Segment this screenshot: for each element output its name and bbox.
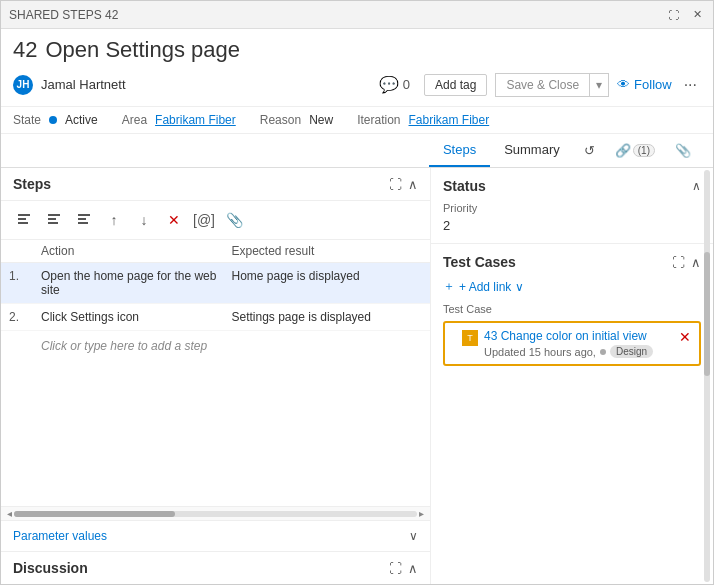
svg-rect-6 [78, 214, 90, 216]
svg-rect-8 [78, 222, 88, 224]
state-item: State Active [13, 113, 98, 127]
svg-rect-0 [18, 214, 30, 216]
link-icon: 🔗 [615, 143, 631, 158]
test-cases-expand-icon[interactable]: ⛶ [672, 255, 685, 270]
attach-step-button[interactable]: 📎 [221, 207, 247, 233]
discussion-header-icons: ⛶ ∧ [389, 561, 418, 576]
title-bar-label: SHARED STEPS 42 [9, 8, 118, 22]
add-link-plus-icon: ＋ [443, 278, 455, 295]
main-window: SHARED STEPS 42 ⛶ ✕ 42 Open Settings pag… [0, 0, 714, 585]
steps-panel-header: Steps ⛶ ∧ [1, 168, 430, 201]
close-button[interactable]: ✕ [689, 7, 705, 23]
tab-steps[interactable]: Steps [429, 134, 490, 167]
iteration-value[interactable]: Fabrikam Fiber [409, 113, 490, 127]
comment-count: 0 [403, 77, 410, 92]
state-value: Active [65, 113, 98, 127]
discussion-collapse-icon[interactable]: ∧ [408, 561, 418, 576]
add-link-label: + Add link [459, 280, 511, 294]
scroll-right-arrow[interactable]: ▸ [417, 508, 426, 519]
test-cases-collapse-icon[interactable]: ∧ [691, 255, 701, 270]
steps-collapse-icon[interactable]: ∧ [408, 177, 418, 192]
add-link-button[interactable]: ＋ + Add link ∨ [443, 278, 524, 295]
discussion-title: Discussion [13, 560, 88, 576]
test-cases-header: Test Cases ⛶ ∧ [443, 254, 701, 270]
delete-step-button[interactable]: ✕ [161, 207, 187, 233]
iteration-label: Iteration [357, 113, 400, 127]
follow-button[interactable]: 👁 Follow [617, 77, 672, 92]
svg-rect-7 [78, 218, 86, 220]
title-bar-left: SHARED STEPS 42 [9, 8, 118, 22]
move-up-button[interactable]: ↑ [101, 207, 127, 233]
steps-expand-icon[interactable]: ⛶ [389, 177, 402, 192]
attach-step-icon: 📎 [226, 212, 243, 228]
more-options-button[interactable]: ··· [680, 76, 701, 94]
left-panel: Steps ⛶ ∧ ↑ [1, 168, 431, 584]
meta-row: State Active Area Fabrikam Fiber Reason … [1, 107, 713, 134]
table-row[interactable]: 1. Open the home page for the web site H… [1, 263, 430, 304]
move-down-button[interactable]: ↓ [131, 207, 157, 233]
test-case-item[interactable]: T 43 Change color on initial view Update… [443, 321, 701, 366]
discussion-expand-icon[interactable]: ⛶ [389, 561, 402, 576]
num-header [9, 244, 41, 258]
tab-summary[interactable]: Summary [490, 134, 574, 167]
step-action-1: Open the home page for the web site [41, 269, 232, 297]
title-bar: SHARED STEPS 42 ⛶ ✕ [1, 1, 713, 29]
header-actions: JH Jamal Hartnett 💬 0 Add tag Save & Clo… [13, 71, 701, 98]
add-tag-button[interactable]: Add tag [424, 74, 487, 96]
horizontal-scrollbar[interactable]: ◂ ▸ [1, 506, 430, 520]
test-case-info: 43 Change color on initial view Updated … [484, 329, 673, 358]
step-num-2: 2. [9, 310, 41, 324]
shared-icon: [@] [193, 212, 215, 228]
test-case-meta: Updated 15 hours ago, Design [484, 345, 673, 358]
vertical-scrollbar[interactable] [703, 168, 711, 584]
step-result-2: Settings page is displayed [232, 310, 423, 324]
state-dot [49, 116, 57, 124]
action-header: Action [41, 244, 232, 258]
area-value[interactable]: Fabrikam Fiber [155, 113, 236, 127]
area-item: Area Fabrikam Fiber [122, 113, 236, 127]
step-result-1: Home page is displayed [232, 269, 423, 283]
maximize-button[interactable]: ⛶ [665, 7, 681, 23]
save-close-dropdown-button[interactable]: ▾ [589, 73, 609, 97]
priority-value: 2 [443, 218, 701, 233]
test-case-remove-button[interactable]: ✕ [679, 329, 691, 345]
avatar: JH [13, 75, 33, 95]
insert-shared-button[interactable]: [@] [191, 207, 217, 233]
insert-step-button[interactable] [11, 207, 37, 233]
reason-value: New [309, 113, 333, 127]
steps-toolbar: ↑ ↓ ✕ [@] 📎 [1, 201, 430, 240]
comment-button[interactable]: 💬 0 [373, 71, 416, 98]
parameter-values-section[interactable]: Parameter values ∨ [1, 520, 430, 551]
status-collapse-icon[interactable]: ∧ [692, 179, 701, 193]
follow-label: Follow [634, 77, 672, 92]
vscroll-track[interactable] [704, 170, 710, 582]
test-case-type-icon: T [462, 330, 478, 346]
add-step-placeholder[interactable]: Click or type here to add a step [1, 331, 430, 361]
test-cases-title: Test Cases [443, 254, 516, 270]
insert-above-button[interactable] [41, 207, 67, 233]
tab-links[interactable]: 🔗 (1) [605, 135, 665, 166]
area-label: Area [122, 113, 147, 127]
work-item-title-row: 42 Open Settings page [13, 37, 701, 63]
save-close-button[interactable]: Save & Close [495, 73, 589, 97]
scrollbar-track[interactable] [14, 511, 417, 517]
vscroll-thumb[interactable] [704, 252, 710, 376]
history-icon: ↺ [584, 143, 595, 158]
test-case-title[interactable]: 43 Change color on initial view [484, 329, 673, 343]
status-section-title: Status [443, 178, 486, 194]
insert-below-button[interactable] [71, 207, 97, 233]
state-label: State [13, 113, 41, 127]
tab-history[interactable]: ↺ [574, 135, 605, 166]
save-close-group: Save & Close ▾ [495, 73, 609, 97]
scroll-left-arrow[interactable]: ◂ [5, 508, 14, 519]
add-link-arrow: ∨ [515, 280, 524, 294]
scrollbar-thumb[interactable] [14, 511, 175, 517]
table-row[interactable]: 2. Click Settings icon Settings page is … [1, 304, 430, 331]
steps-table: Action Expected result 1. Open the home … [1, 240, 430, 506]
tab-attachments[interactable]: 📎 [665, 135, 701, 166]
test-cases-header-icons: ⛶ ∧ [672, 255, 701, 270]
test-case-column-label: Test Case [443, 303, 701, 315]
content-area: Steps ⛶ ∧ ↑ [1, 168, 713, 584]
steps-column-headers: Action Expected result [1, 240, 430, 263]
author-name: Jamal Hartnett [41, 77, 126, 92]
